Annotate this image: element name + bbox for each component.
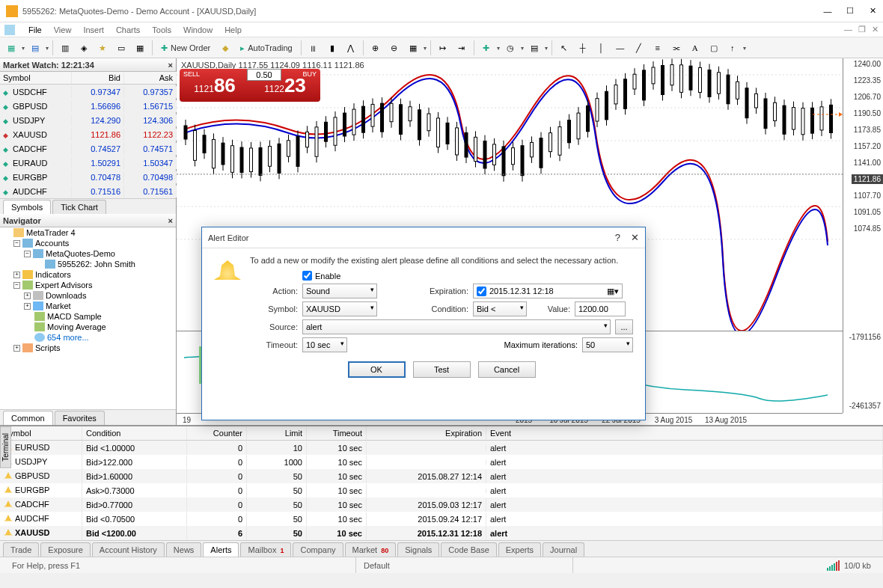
- col-event[interactable]: Event: [486, 426, 883, 440]
- menu-view[interactable]: View: [48, 24, 78, 36]
- sell-button[interactable]: SELL 112186: [180, 69, 250, 102]
- terminal-tab-code-base[interactable]: Code Base: [441, 542, 496, 557]
- cancel-button[interactable]: Cancel: [478, 361, 536, 378]
- candle-chart-icon[interactable]: ▮: [324, 40, 340, 56]
- terminal-side-label[interactable]: Terminal: [0, 426, 11, 468]
- periods-icon[interactable]: ◷: [502, 40, 519, 56]
- fibo-icon[interactable]: ⫘: [668, 40, 685, 56]
- metaeditor-button[interactable]: ◆: [217, 40, 233, 56]
- vline-icon[interactable]: │: [593, 40, 610, 56]
- market-watch-row[interactable]: USDCHF0.973470.97357: [0, 85, 176, 99]
- terminal-tab-news[interactable]: News: [166, 542, 202, 557]
- expand-icon[interactable]: +: [13, 345, 20, 352]
- condition-select[interactable]: Bid <: [473, 301, 527, 316]
- line-chart-icon[interactable]: ⋀: [343, 40, 359, 56]
- mdi-icon[interactable]: [4, 25, 15, 35]
- mdi-minimize-icon[interactable]: —: [844, 25, 852, 34]
- dialog-help-icon[interactable]: ?: [615, 232, 620, 243]
- dialog-close-icon[interactable]: ✕: [631, 232, 639, 243]
- terminal-tab-market[interactable]: Market 80: [345, 542, 397, 557]
- navigator-button[interactable]: ★: [94, 40, 111, 56]
- test-button[interactable]: Test: [413, 361, 471, 378]
- maximize-button[interactable]: ☐: [846, 7, 855, 16]
- terminal-tab-exposure[interactable]: Exposure: [40, 542, 90, 557]
- timeout-select[interactable]: 10 sec: [302, 337, 347, 352]
- market-watch-button[interactable]: ▥: [57, 40, 73, 56]
- market-watch-row[interactable]: XAUUSD1121.861122.23: [0, 127, 176, 141]
- expand-icon[interactable]: −: [13, 240, 20, 247]
- menu-charts[interactable]: Charts: [110, 24, 146, 36]
- expand-icon[interactable]: +: [13, 272, 20, 278]
- menu-file[interactable]: File: [22, 24, 48, 36]
- status-profile[interactable]: Default: [356, 557, 573, 573]
- data-window-button[interactable]: ◈: [76, 40, 92, 56]
- new-chart-button[interactable]: ▦: [3, 40, 19, 56]
- indicators-icon[interactable]: ✚: [478, 40, 495, 56]
- crosshair-icon[interactable]: ┼: [575, 40, 591, 56]
- text-icon[interactable]: A: [687, 40, 703, 56]
- menu-window[interactable]: Window: [177, 24, 219, 36]
- source-select[interactable]: alert: [302, 319, 611, 334]
- new-order-button[interactable]: ✚New Order: [156, 42, 215, 55]
- alert-row[interactable]: USDJPYBid>122.0000100010 secalert: [0, 455, 883, 469]
- autotrading-button[interactable]: ▸AutoTrading: [236, 42, 297, 55]
- mw-col-symbol[interactable]: Symbol: [0, 72, 72, 84]
- mw-col-bid[interactable]: Bid: [72, 72, 124, 84]
- trendline-icon[interactable]: ╱: [631, 40, 647, 56]
- mdi-close-icon[interactable]: ✕: [872, 25, 879, 34]
- mdi-restore-icon[interactable]: ❐: [858, 25, 866, 34]
- alert-row[interactable]: AUDCHFBid <0.7050005010 sec2015.09.24 12…: [0, 512, 883, 526]
- col-limit[interactable]: Limit: [247, 426, 307, 440]
- alert-row[interactable]: EURUSDBid <1.0000001010 secalert: [0, 441, 883, 455]
- tab-favorites[interactable]: Favorites: [55, 411, 105, 425]
- menu-tools[interactable]: Tools: [146, 24, 177, 36]
- market-watch-row[interactable]: GBPUSD1.566961.56715: [0, 99, 176, 113]
- symbol-select[interactable]: XAUUSD: [302, 301, 377, 316]
- action-select[interactable]: Sound: [302, 284, 377, 298]
- chart-shift-icon[interactable]: ⇥: [453, 40, 470, 56]
- menu-help[interactable]: Help: [219, 24, 248, 36]
- channel-icon[interactable]: ≡: [650, 40, 666, 56]
- alert-row[interactable]: EURGBPAsk>0.7300005010 secalert: [0, 483, 883, 497]
- market-watch-row[interactable]: CADCHF0.745270.74571: [0, 141, 176, 156]
- terminal-tab-trade[interactable]: Trade: [3, 542, 39, 557]
- mw-col-ask[interactable]: Ask: [124, 72, 177, 84]
- strategy-tester-button[interactable]: ▦: [132, 40, 148, 56]
- terminal-tab-experts[interactable]: Experts: [498, 542, 541, 557]
- terminal-tab-journal[interactable]: Journal: [543, 542, 584, 557]
- col-symbol[interactable]: Symbol: [0, 426, 82, 440]
- tab-tick-chart[interactable]: Tick Chart: [52, 200, 106, 214]
- tab-symbols[interactable]: Symbols: [3, 200, 51, 214]
- minimize-button[interactable]: —: [823, 7, 832, 16]
- expand-icon[interactable]: −: [24, 251, 31, 257]
- terminal-tab-signals[interactable]: Signals: [397, 542, 439, 557]
- terminal-tab-company[interactable]: Company: [293, 542, 343, 557]
- text-label-icon[interactable]: ▢: [706, 40, 722, 56]
- ok-button[interactable]: OK: [348, 361, 406, 378]
- menu-insert[interactable]: Insert: [77, 24, 110, 36]
- terminal-tab-account-history[interactable]: Account History: [92, 542, 165, 557]
- expand-icon[interactable]: +: [24, 303, 31, 310]
- tab-common[interactable]: Common: [3, 411, 53, 425]
- volume-input[interactable]: [247, 69, 281, 81]
- autoscroll-icon[interactable]: ↦: [435, 40, 451, 56]
- max-iterations-select[interactable]: 50: [582, 337, 633, 352]
- bar-chart-icon[interactable]: ⫼: [305, 40, 322, 56]
- expand-icon[interactable]: +: [24, 293, 31, 299]
- profiles-button[interactable]: ▤: [27, 40, 43, 56]
- terminal-button[interactable]: ▭: [113, 40, 129, 56]
- col-timeout[interactable]: Timeout: [307, 426, 367, 440]
- expiration-input[interactable]: 2015.12.31 12:18▦▾: [473, 284, 623, 298]
- cursor-icon[interactable]: ↖: [556, 40, 572, 56]
- market-watch-row[interactable]: USDJPY124.290124.306: [0, 113, 176, 127]
- alert-row[interactable]: CADCHFBid>0.7700005010 sec2015.09.03 12:…: [0, 497, 883, 512]
- arrows-icon[interactable]: ↑: [724, 40, 741, 56]
- market-watch-close-icon[interactable]: ×: [168, 61, 173, 70]
- enable-checkbox[interactable]: Enable: [302, 271, 340, 281]
- market-watch-row[interactable]: AUDCHF0.715160.71561: [0, 184, 176, 198]
- expand-icon[interactable]: −: [13, 282, 20, 289]
- market-watch-row[interactable]: EURGBP0.704780.70498: [0, 170, 176, 184]
- zoom-in-icon[interactable]: ⊕: [367, 40, 384, 56]
- market-watch-row[interactable]: EURAUD1.502911.50347: [0, 156, 176, 170]
- browse-source-button[interactable]: ...: [615, 319, 633, 334]
